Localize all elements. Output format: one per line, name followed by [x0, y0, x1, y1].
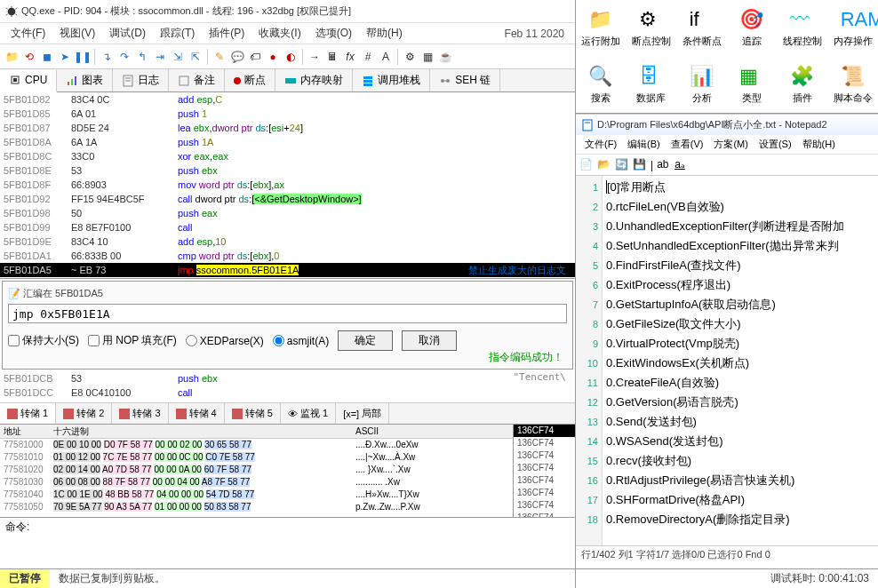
toolbar-分析[interactable]: 📊分析 [676, 57, 727, 114]
disassembly-view-2[interactable]: 5FB01DCB53push ebx5FB01DCCE8 0C410100cal… [0, 371, 575, 403]
wordwrap-icon[interactable]: ab [657, 158, 671, 172]
menu-view[interactable]: 视图(V) [52, 26, 102, 41]
stack-row[interactable]: 136CF74 [514, 487, 575, 499]
patch-icon[interactable]: ✎ [212, 49, 227, 65]
text-line[interactable]: 0.WSASend(发送封包) [606, 432, 874, 451]
pause-icon[interactable]: ❚❚ [75, 49, 91, 65]
tab-log[interactable]: 日志 [113, 69, 169, 91]
tab-callstack[interactable]: 调用堆栈 [353, 69, 430, 91]
save-icon[interactable]: 💾 [633, 158, 647, 172]
disasm-row[interactable]: 5FB01D99E8 8E7F0100call [0, 220, 575, 234]
comment-icon[interactable]: 💬 [229, 49, 245, 65]
disasm-row[interactable]: 5FB01D8C33C0xor eax,eax [0, 149, 575, 163]
stack-row[interactable]: 136CF74 [514, 449, 575, 462]
disasm-row[interactable]: 5FB01D856A 01push 1 [0, 107, 575, 121]
toolbar-搜索[interactable]: 🔍搜索 [576, 57, 627, 114]
np-menu-scheme[interactable]: 方案(M) [708, 138, 754, 151]
bp-icon[interactable]: ● [265, 49, 281, 65]
dump-tab-5[interactable]: 转储 5 [225, 403, 281, 424]
np-menu-file[interactable]: 文件(F) [579, 138, 622, 151]
settings-icon[interactable]: ⚙ [402, 49, 418, 65]
toolbar-断点控制[interactable]: ⚙断点控制 [627, 0, 677, 57]
text-line[interactable]: 0.RemoveDirectoryA(删除指定目录) [606, 510, 874, 529]
ok-button[interactable]: 确定 [338, 330, 393, 351]
menu-help[interactable]: 帮助(H) [359, 26, 410, 41]
dump-tab-3[interactable]: 转储 3 [112, 403, 168, 424]
text-line[interactable]: 0.VirtualProtect(Vmp脱壳) [606, 334, 874, 354]
restart-icon[interactable]: ⟲ [21, 49, 37, 65]
xedparse-radio[interactable]: XEDParse(X) [186, 335, 264, 347]
nop-fill-checkbox[interactable]: 用 NOP 填充(F) [88, 333, 177, 348]
keep-size-checkbox[interactable]: 保持大小(S) [8, 333, 79, 348]
disasm-row[interactable]: 5FB01D9E83C4 10add esp,10 [0, 234, 575, 249]
cancel-button[interactable]: 取消 [402, 330, 457, 351]
dump-tab-2[interactable]: 转储 2 [56, 403, 112, 424]
disasm-row[interactable]: 5FB01D8F66:8903mov word ptr ds:[ebx],ax [0, 178, 575, 192]
case-icon[interactable]: aₐ [674, 158, 689, 172]
hex-dump[interactable]: 地址 十六进制 ASCII 775810000E 00 10 00 D0 7F … [0, 425, 513, 517]
text-line[interactable]: 0.UnhandledExceptionFilter(判断进程是否附加 [606, 217, 874, 236]
menu-trace[interactable]: 跟踪(T) [153, 26, 202, 41]
hash-icon[interactable]: # [360, 49, 376, 65]
disasm-row[interactable]: 5FB01D9850push eax [0, 206, 575, 220]
text-line[interactable]: 0.SHFormatDrive(格盘API) [606, 490, 874, 510]
stack-row[interactable]: 136CF74 [514, 425, 575, 437]
text-line[interactable]: 0.CreateFileA(自效验) [606, 373, 874, 393]
stepout-icon[interactable]: ↰ [134, 49, 150, 65]
about-icon[interactable]: ☕ [437, 49, 453, 65]
menu-fav[interactable]: 收藏夹(I) [251, 26, 307, 41]
np-menu-view[interactable]: 查看(V) [666, 138, 709, 151]
open-icon[interactable]: 📁 [4, 49, 20, 65]
text-line[interactable]: 0.GetFileSize(取文件大小) [606, 314, 874, 334]
menu-debug[interactable]: 调试(D) [102, 26, 153, 41]
text-line[interactable]: 0.GetStartupInfoA(获取启动信息) [606, 295, 874, 314]
toolbar-条件断点[interactable]: if条件断点 [676, 0, 727, 57]
stack-row[interactable]: 136CF74 [514, 437, 575, 449]
dump-row[interactable]: 7758101001 00 12 00 7C 7E 58 77 00 00 0C… [0, 451, 513, 464]
toolbar-插件[interactable]: 🧩插件 [778, 57, 828, 114]
hwbp-icon[interactable]: ◐ [283, 49, 299, 65]
stepinto-icon[interactable]: ↴ [99, 49, 115, 65]
disassembly-view[interactable]: 5FB01D8283C4 0Cadd esp,C5FB01D856A 01pus… [0, 92, 575, 279]
disasm-row[interactable]: 5FB01DA166:833B 00cmp word ptr ds:[ebx],… [0, 249, 575, 263]
tab-notes[interactable]: 备注 [169, 69, 225, 91]
toolbar-脚本命令[interactable]: 📜脚本命令 [827, 57, 878, 114]
tab-seh[interactable]: SEH 链 [430, 69, 500, 91]
text-line[interactable]: 0.recv(接收封包) [606, 451, 874, 471]
disasm-row[interactable]: 5FB01DCCE8 0C410100call [0, 385, 575, 400]
script-icon[interactable]: fx [342, 49, 358, 65]
watch-tab[interactable]: 👁 监视 1 [281, 403, 336, 424]
traceover-icon[interactable]: ⇱ [188, 49, 204, 65]
dump-row[interactable]: 7758102002 00 14 00 A0 7D 58 77 00 00 0A… [0, 464, 513, 476]
text-line[interactable]: 0.SetUnhandledExceptionFilter(抛出异常来判 [606, 236, 874, 256]
stack-row[interactable]: 136CF74 [514, 462, 575, 474]
disasm-row[interactable]: 5FB01D878D5E 24lea ebx,dword ptr ds:[esi… [0, 121, 575, 135]
np-menu-edit[interactable]: 编辑(B) [622, 138, 666, 151]
disasm-row[interactable]: 5FB01DA5~ EB 73jmp ssocommon.5FB01E1A禁止生… [0, 263, 575, 277]
np-menu-settings[interactable]: 设置(S) [754, 138, 797, 151]
command-input[interactable] [35, 520, 570, 534]
notepad-editor[interactable]: 123456789101112131415161718 [0]常用断点0.rtc… [576, 176, 878, 545]
toolbar-线程控制[interactable]: 〰线程控制 [778, 0, 828, 57]
layout-icon[interactable]: ▦ [419, 49, 435, 65]
text-line[interactable]: 0.GetVersion(易语言脱壳) [606, 393, 874, 412]
toolbar-追踪[interactable]: 🎯追踪 [727, 0, 778, 57]
np-menu-help[interactable]: 帮助(H) [797, 138, 841, 151]
tab-chart[interactable]: 图表 [57, 69, 113, 91]
font-icon[interactable]: A [378, 49, 394, 65]
stack-row[interactable]: 136CF74 [514, 474, 575, 487]
refresh-icon[interactable]: 🔄 [615, 158, 629, 172]
dump-row[interactable]: 7758105070 9E 5A 77 90 A3 5A 77 01 00 00… [0, 501, 513, 513]
menu-bar[interactable]: 文件(F) 视图(V) 调试(D) 跟踪(T) 插件(P) 收藏夹(I) 选项(… [0, 23, 575, 44]
stepover-icon[interactable]: ↷ [116, 49, 132, 65]
text-line[interactable]: 0.Send(发送封包) [606, 412, 874, 432]
menu-options[interactable]: 选项(O) [308, 26, 359, 41]
open-icon[interactable]: 📂 [597, 158, 611, 172]
menu-plugins[interactable]: 插件(P) [202, 26, 251, 41]
label-icon[interactable]: 🏷 [247, 49, 263, 65]
disasm-row[interactable]: 5FB01D8283C4 0Cadd esp,C [0, 92, 575, 107]
text-content[interactable]: [0]常用断点0.rtcFileLen(VB自效验)0.UnhandledExc… [603, 176, 878, 545]
toolbar-内存操作[interactable]: RAM内存操作 [827, 0, 878, 57]
text-line[interactable]: 0.ExitWindowsEx(关机断点) [606, 354, 874, 373]
dump-row[interactable]: 775810000E 00 10 00 D0 7F 58 77 00 00 02… [0, 439, 513, 451]
